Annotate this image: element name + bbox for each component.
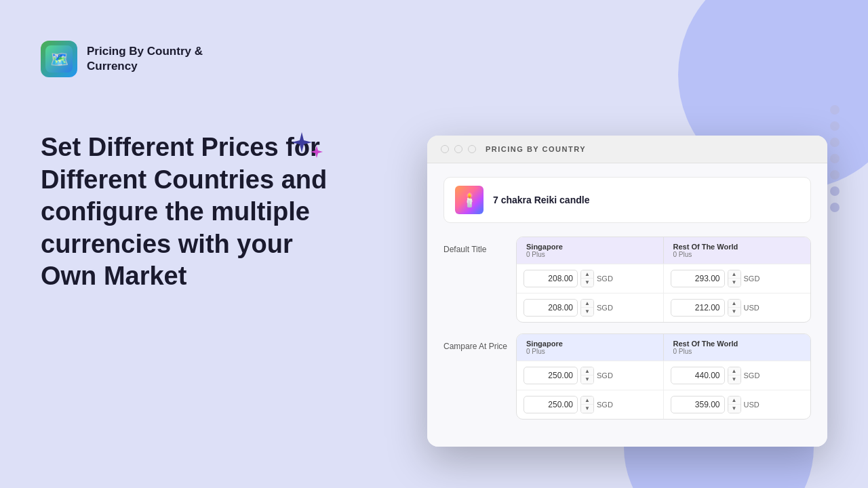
header-singapore-2-sub: 0 Plus (526, 348, 654, 355)
browser-tab-title: PRICING BY COUNTRY (486, 145, 586, 153)
header-singapore-2-title: Singapore (526, 340, 654, 348)
price-input-usd-2-right[interactable] (671, 299, 725, 317)
header-singapore-sub: 0 Plus (526, 251, 654, 258)
spinner-down-2-left[interactable]: ▼ (581, 308, 593, 316)
browser-sidebar (830, 105, 840, 212)
currency-sgd-3-right: SGD (744, 371, 762, 380)
pricing-inputs-row-4: ▲ ▼ SGD ▲ ▼ USD (517, 390, 810, 419)
spinner-sgd-1-right: ▲ ▼ (728, 270, 741, 287)
spinner-down-4-right[interactable]: ▼ (728, 405, 741, 413)
currency-sgd-1-right: SGD (744, 274, 762, 283)
left-panel: 🗺️ Pricing By Country & Currency Set Dif… (0, 0, 393, 488)
spinner-up-4-left[interactable]: ▲ (581, 396, 593, 405)
header-world-2-sub: 0 Plus (673, 348, 802, 355)
price-cell-sgd-4-left: ▲ ▼ SGD (517, 390, 664, 419)
price-cell-sgd-1-left: ▲ ▼ SGD (517, 264, 664, 293)
currency-sgd-3-left: SGD (597, 371, 614, 380)
spinner-up-3-left[interactable]: ▲ (581, 367, 593, 375)
spinner-sgd-1-left: ▲ ▼ (580, 270, 594, 287)
pricing-table-compare-at: Singapore 0 Plus Rest Of The World 0 Plu… (516, 333, 811, 420)
spinner-down-1-right[interactable]: ▼ (728, 279, 741, 287)
product-image: 🕯️ (455, 186, 484, 214)
currency-usd-4-right: USD (744, 401, 762, 409)
currency-sgd-1-left: SGD (597, 274, 614, 283)
header-cell-world: Rest Of The World 0 Plus (664, 237, 811, 264)
price-input-sgd-3-left[interactable] (524, 367, 578, 384)
pricing-table-header-compare-at: Singapore 0 Plus Rest Of The World 0 Plu… (517, 334, 810, 361)
pricing-inputs-row-2: ▲ ▼ SGD ▲ ▼ USD (517, 293, 810, 322)
svg-text:🗺️: 🗺️ (50, 50, 69, 68)
browser-content: 🕯️ 7 chakra Reiki candle Default Title S… (427, 163, 827, 447)
price-input-sgd-1-left[interactable] (524, 270, 578, 287)
header-cell-singapore-2: Singapore 0 Plus (517, 334, 664, 361)
browser-dot-close[interactable] (441, 145, 449, 153)
hero-text: Set Different Prices for Different Count… (41, 131, 353, 293)
sidebar-dot-1[interactable] (830, 105, 840, 115)
spinner-up-1-left[interactable]: ▲ (581, 270, 593, 279)
browser-dot-minimize[interactable] (454, 145, 462, 153)
spinner-sgd-2-left: ▲ ▼ (580, 299, 594, 317)
price-input-usd-4-right[interactable] (671, 396, 725, 413)
pricing-table-default-title: Singapore 0 Plus Rest Of The World 0 Plu… (516, 237, 811, 323)
price-cell-usd-4-right: ▲ ▼ USD (664, 390, 811, 419)
spinner-up-2-left[interactable]: ▲ (581, 300, 593, 308)
spinner-down-4-left[interactable]: ▼ (581, 405, 593, 413)
header-cell-world-2: Rest Of The World 0 Plus (664, 334, 811, 361)
product-name: 7 chakra Reiki candle (493, 195, 589, 205)
sparkle-large-icon (292, 132, 312, 152)
spinner-usd-4-right: ▲ ▼ (728, 396, 741, 413)
svg-text:🕯️: 🕯️ (461, 192, 478, 208)
spinner-up-3-right[interactable]: ▲ (728, 367, 741, 375)
sidebar-dot-6[interactable] (830, 186, 840, 196)
browser-titlebar: PRICING BY COUNTRY (427, 136, 827, 163)
pricing-section-compare-at: Campare At Price Singapore 0 Plus Rest O… (443, 333, 811, 420)
pricing-inputs-row-1: ▲ ▼ SGD ▲ ▼ SGD (517, 264, 810, 293)
pricing-row-default-title: Default Title Singapore 0 Plus Rest Of T… (443, 237, 811, 323)
spinner-down-1-left[interactable]: ▼ (581, 279, 593, 287)
spinner-down-3-right[interactable]: ▼ (728, 375, 741, 384)
header-world-2-title: Rest Of The World (673, 340, 802, 348)
spinner-usd-2-right: ▲ ▼ (728, 299, 741, 317)
currency-sgd-4-left: SGD (597, 401, 614, 409)
header-singapore-title: Singapore (526, 243, 654, 251)
sparkle-small-icon (311, 146, 323, 158)
pricing-label-default-title: Default Title (443, 237, 508, 254)
header-world-title: Rest Of The World (673, 243, 802, 251)
pricing-label-compare-at: Campare At Price (443, 333, 508, 351)
spinner-up-2-right[interactable]: ▲ (728, 300, 741, 308)
sidebar-dot-3[interactable] (830, 138, 840, 147)
spinner-sgd-3-left: ▲ ▼ (580, 367, 594, 384)
price-cell-usd-2-right: ▲ ▼ USD (664, 293, 811, 322)
price-input-sgd-1-right[interactable] (671, 270, 725, 287)
spinner-up-4-right[interactable]: ▲ (728, 396, 741, 405)
browser-dot-maximize[interactable] (468, 145, 476, 153)
pricing-inputs-row-3: ▲ ▼ SGD ▲ ▼ SGD (517, 361, 810, 390)
sidebar-dot-7[interactable] (830, 203, 840, 212)
price-input-sgd-3-right[interactable] (671, 367, 725, 384)
header-world-sub: 0 Plus (673, 251, 802, 258)
currency-usd-2-right: USD (744, 304, 762, 312)
spinner-down-2-right[interactable]: ▼ (728, 308, 741, 316)
price-cell-sgd-3-right: ▲ ▼ SGD (664, 361, 811, 390)
spinner-sgd-4-left: ▲ ▼ (580, 396, 594, 413)
sidebar-dot-5[interactable] (830, 170, 840, 180)
app-icon: 🗺️ (41, 41, 77, 77)
spinner-sgd-3-right: ▲ ▼ (728, 367, 741, 384)
sidebar-dot-4[interactable] (830, 154, 840, 163)
price-input-sgd-2-left[interactable] (524, 299, 578, 317)
price-input-sgd-4-left[interactable] (524, 396, 578, 413)
app-title: Pricing By Country & Currency (87, 44, 203, 74)
header-cell-singapore: Singapore 0 Plus (517, 237, 664, 264)
price-cell-sgd-1-right: ▲ ▼ SGD (664, 264, 811, 293)
pricing-section-default-title: Default Title Singapore 0 Plus Rest Of T… (443, 237, 811, 323)
spinner-up-1-right[interactable]: ▲ (728, 270, 741, 279)
sidebar-dot-2[interactable] (830, 121, 840, 131)
pricing-table-header-default-title: Singapore 0 Plus Rest Of The World 0 Plu… (517, 237, 810, 264)
price-cell-sgd-3-left: ▲ ▼ SGD (517, 361, 664, 390)
pricing-row-compare-at: Campare At Price Singapore 0 Plus Rest O… (443, 333, 811, 420)
currency-sgd-2-left: SGD (597, 304, 614, 312)
spinner-down-3-left[interactable]: ▼ (581, 375, 593, 384)
product-card: 🕯️ 7 chakra Reiki candle (443, 177, 811, 223)
price-cell-sgd-2-left: ▲ ▼ SGD (517, 293, 664, 322)
browser-traffic-lights (441, 145, 476, 153)
